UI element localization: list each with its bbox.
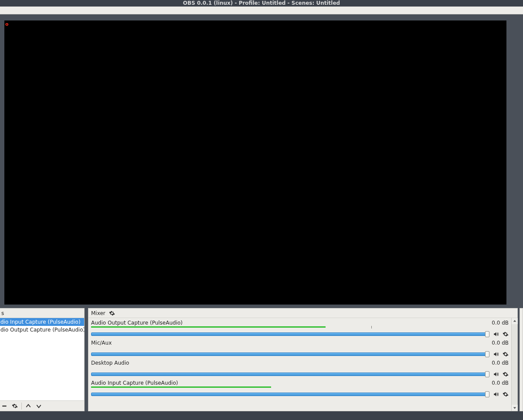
sources-panel-header[interactable]: s	[0, 308, 84, 318]
volume-slider[interactable]	[91, 332, 489, 336]
channel-db: 0.0 dB	[492, 340, 509, 346]
window-titlebar[interactable]: OBS 0.0.1 (linux) - Profile: Untitled - …	[0, 0, 523, 7]
channel-name: Desktop Audio	[91, 360, 129, 366]
source-properties-gear-icon[interactable]	[11, 402, 19, 410]
source-list-item[interactable]: dio Input Capture (PulseAudio)	[0, 318, 84, 326]
source-item-label: dio Output Capture (PulseAudio)	[0, 327, 84, 333]
mixer-title: Mixer	[91, 310, 105, 316]
sources-list-body: dio Input Capture (PulseAudio)dio Output…	[0, 318, 84, 400]
volume-slider[interactable]	[91, 392, 489, 396]
source-item-label: dio Input Capture (PulseAudio)	[0, 319, 81, 325]
channel-settings-gear-icon[interactable]	[502, 330, 509, 338]
level-meter	[91, 386, 509, 389]
remove-source-icon[interactable]	[0, 402, 8, 410]
scroll-down-icon[interactable]	[512, 405, 518, 411]
volume-slider-thumb[interactable]	[485, 391, 489, 397]
volume-slider-thumb[interactable]	[485, 351, 489, 357]
source-list-item[interactable]: dio Output Capture (PulseAudio)	[0, 326, 84, 334]
mixer-settings-gear-icon[interactable]	[108, 309, 116, 317]
channel-db: 0.0 dB	[492, 320, 509, 326]
volume-slider[interactable]	[91, 372, 489, 376]
mute-speaker-icon[interactable]	[492, 350, 500, 358]
mute-speaker-icon[interactable]	[492, 370, 500, 378]
divider	[21, 403, 22, 410]
preview-area: o	[0, 14, 523, 308]
mixer-channel: Audio Output Capture (PulseAudio)0.0 dB	[91, 320, 509, 338]
docks-row: s dio Input Capture (PulseAudio)dio Outp…	[0, 308, 523, 411]
mixer-channel: Mic/Aux0.0 dB	[91, 340, 509, 358]
channel-settings-gear-icon[interactable]	[502, 390, 509, 398]
preview-origin-marker: o	[5, 21, 9, 27]
mute-speaker-icon[interactable]	[492, 390, 500, 398]
audio-mixer-panel: Mixer S Audio Output Capture (PulseAudio…	[88, 308, 518, 411]
level-meter	[91, 366, 509, 369]
move-source-up-icon[interactable]	[24, 402, 32, 410]
mixer-channel: Audio Input Capture (PulseAudio)0.0 dB	[91, 380, 509, 398]
mixer-scrollbar[interactable]	[511, 318, 517, 411]
menu-bar[interactable]	[0, 7, 523, 14]
mixer-panel-header[interactable]: Mixer S	[88, 308, 517, 318]
svg-rect-0	[2, 405, 6, 406]
mixer-channels: Audio Output Capture (PulseAudio)0.0 dBM…	[88, 318, 511, 411]
volume-slider-thumb[interactable]	[485, 331, 489, 337]
sources-toolbar	[0, 400, 84, 411]
sources-header-label: s	[1, 310, 4, 316]
volume-slider-thumb[interactable]	[485, 371, 489, 377]
level-meter	[91, 326, 509, 329]
right-panel-clipped	[520, 308, 523, 411]
mixer-channel: Desktop Audio0.0 dB	[91, 360, 509, 378]
channel-name: Mic/Aux	[91, 340, 112, 346]
mute-speaker-icon[interactable]	[492, 330, 500, 338]
channel-settings-gear-icon[interactable]	[502, 370, 509, 378]
sources-panel: s dio Input Capture (PulseAudio)dio Outp…	[0, 308, 85, 411]
level-meter	[91, 346, 509, 349]
program-preview[interactable]: o	[4, 20, 506, 305]
move-source-down-icon[interactable]	[35, 402, 43, 410]
status-bar	[0, 411, 523, 420]
channel-name: Audio Input Capture (PulseAudio)	[91, 380, 178, 386]
channel-db: 0.0 dB	[492, 380, 509, 386]
window-title: OBS 0.0.1 (linux) - Profile: Untitled - …	[183, 0, 340, 6]
scroll-up-icon[interactable]	[512, 318, 518, 324]
volume-slider[interactable]	[91, 352, 489, 356]
sources-list[interactable]: dio Input Capture (PulseAudio)dio Output…	[0, 318, 84, 334]
channel-settings-gear-icon[interactable]	[502, 350, 509, 358]
channel-db: 0.0 dB	[492, 360, 509, 366]
channel-name: Audio Output Capture (PulseAudio)	[91, 320, 183, 326]
